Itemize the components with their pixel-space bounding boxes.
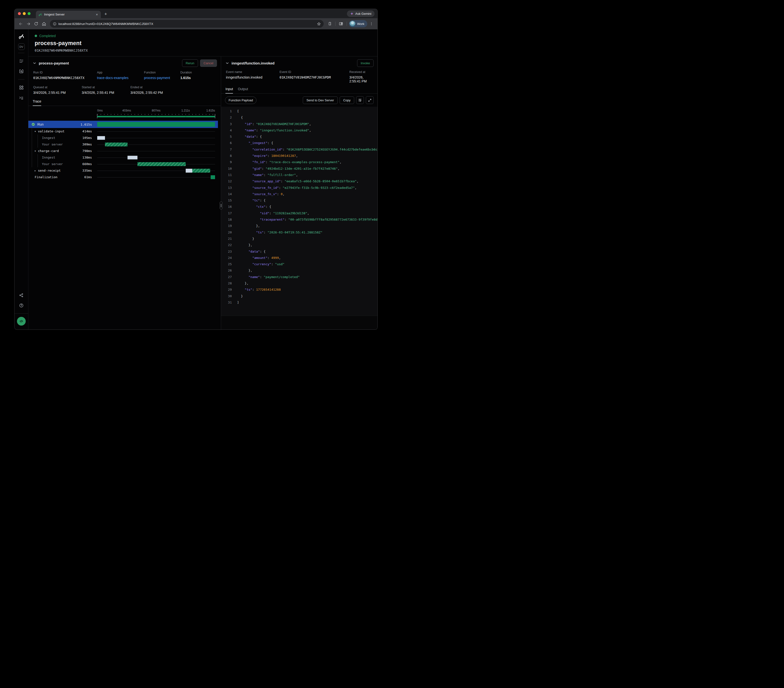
payload-code[interactable]: 1[2 {3 "id": "01KJX6Q7V81N4DMZ7HFJ0CGPDM… (221, 107, 377, 316)
trace-row[interactable]: ▾charge-card798ms (28, 148, 218, 154)
timeline-minimap[interactable] (97, 114, 215, 119)
ask-gemini-button[interactable]: Ask Gemini (347, 10, 374, 17)
apps-icon[interactable] (19, 85, 24, 90)
minimize-window-button[interactable] (23, 12, 26, 15)
field-label: App (97, 71, 144, 74)
url-text[interactable]: localhost:8288/run?runID=01KJX6Q7W64NMKM… (58, 22, 313, 26)
axis-tick-label: 0ms (97, 109, 103, 112)
tab-title: Inngest Server (44, 13, 93, 16)
caret-down-icon[interactable]: ▾ (35, 150, 36, 152)
close-window-button[interactable] (18, 12, 21, 15)
send-to-dev-server-button[interactable]: Send to Dev Server (303, 97, 338, 104)
function-name: process-payment (39, 61, 69, 65)
trace-row[interactable]: Run1.615s (28, 121, 218, 128)
forward-button[interactable] (25, 20, 32, 27)
tab-output[interactable]: Output (238, 87, 248, 93)
trace-row-duration: 660ms (76, 162, 94, 166)
trace-bar-hatch[interactable] (105, 143, 127, 146)
trace-row-track (97, 167, 215, 174)
site-info-icon[interactable] (53, 22, 56, 26)
field-label: Event ID (280, 70, 349, 74)
home-button[interactable] (40, 20, 48, 27)
app-link[interactable]: trace-docs-examples (97, 76, 144, 80)
trace-row-label: ▾charge-card (28, 149, 76, 153)
trace-bar-solid[interactable] (211, 175, 215, 179)
status-dot-icon (35, 35, 37, 37)
trace-row[interactable]: Finalization61ms (28, 174, 218, 180)
code-line: 19 }, (221, 223, 377, 229)
function-link[interactable]: process-payment (144, 76, 180, 80)
event-header: inngest/function.invoked Invoke (221, 56, 377, 69)
close-tab-icon[interactable]: × (95, 13, 99, 16)
trace-row-duration: 138ms (76, 156, 94, 159)
trace-bar-light[interactable] (97, 136, 105, 140)
trace-bar-run[interactable] (97, 122, 215, 127)
trace-row[interactable]: Your server660ms (28, 161, 218, 167)
tab-input[interactable]: Input (226, 87, 233, 94)
collapse-chevron-icon[interactable] (226, 61, 229, 65)
event-tabs: Input Output (221, 87, 377, 94)
started-at-value: 3/4/2026, 2:55:41 PM (82, 91, 130, 95)
field-label: Received at (349, 70, 372, 74)
expand-button[interactable] (366, 96, 374, 104)
dev-server-code-button[interactable] (17, 317, 26, 326)
extensions-icon[interactable] (326, 20, 333, 27)
trace-tabrow: Trace (28, 99, 221, 106)
dev-console-icon[interactable] (19, 95, 24, 100)
queued-at-value: 3/4/2026, 2:55:41 PM (33, 91, 82, 95)
invoke-button[interactable]: Invoke (357, 59, 374, 67)
caret-down-icon[interactable]: ▾ (35, 130, 36, 133)
rerun-button[interactable]: Rerun (182, 59, 198, 67)
field-value-run-id: 01KJX6Q7W64NMKMWBNKCJ58XTX (33, 76, 97, 80)
trace-row-label: Your server (28, 162, 76, 166)
trace-bar-light[interactable] (127, 156, 138, 159)
event-name-title: inngest/function.invoked (232, 61, 275, 65)
cancel-button[interactable]: Cancel (200, 59, 217, 67)
tab-trace[interactable]: Trace (33, 99, 41, 106)
caret-right-icon[interactable]: ▸ (35, 170, 36, 172)
env-badge[interactable]: DV (18, 43, 25, 50)
window-controls[interactable] (18, 12, 31, 15)
code-line: 7 "correlation_id": "01KJX6P53EB6C2752XG… (221, 146, 377, 153)
code-line: 27 "name": "payment/completed" (221, 274, 377, 280)
tab-strip: Inngest Server × + Ask Gemini (15, 9, 377, 18)
collapse-chevron-icon[interactable] (33, 61, 36, 65)
axis-tick-label: 1.211s (181, 109, 190, 112)
trace-row[interactable]: Inngest138ms (28, 154, 218, 161)
panel-footer (221, 316, 377, 329)
code-line: 5 "data": { (221, 133, 377, 140)
copy-button[interactable]: Copy (339, 97, 354, 104)
maximize-window-button[interactable] (28, 12, 31, 15)
menu-kebab-icon[interactable] (368, 20, 375, 27)
trace-rows: Run1.615s▾validate-input414msInngest105m… (28, 121, 218, 180)
browser-tab[interactable]: Inngest Server × (36, 11, 101, 18)
trace-row[interactable]: Inngest105ms (28, 135, 218, 141)
panel-resize-handle[interactable] (220, 201, 222, 209)
runs-list-icon[interactable] (19, 59, 24, 64)
reload-button[interactable] (33, 20, 40, 27)
bookmark-star-icon[interactable] (315, 20, 323, 27)
trace-bar-hatch[interactable] (137, 162, 186, 166)
word-wrap-button[interactable] (356, 96, 364, 104)
inngest-logo-icon[interactable] (18, 33, 25, 40)
code-line: 2 { (221, 114, 377, 121)
back-button[interactable] (17, 20, 24, 27)
minimap-sep (156, 116, 156, 117)
main-content: Completed process-payment 01KJX6Q7W64NMK… (28, 29, 377, 329)
trace-row[interactable]: Your server309ms (28, 141, 218, 148)
event-search-icon[interactable] (19, 69, 24, 74)
trace-row-track (97, 174, 215, 180)
trace-row-track (97, 161, 215, 167)
side-panel-search-icon[interactable] (338, 20, 345, 27)
help-icon[interactable] (19, 303, 24, 308)
trace-row[interactable]: ▾validate-input414ms (28, 128, 218, 135)
share-icon[interactable] (19, 293, 24, 298)
payload-pill[interactable]: Function Payload (225, 97, 257, 104)
field-label: Queued at (33, 86, 82, 89)
url-bar[interactable]: localhost:8288/run?runID=01KJX6Q7W64NMKM… (50, 20, 324, 28)
new-tab-button[interactable]: + (102, 11, 109, 18)
trace-row[interactable]: ▸send-receipt335ms (28, 167, 218, 174)
profile-chip[interactable]: Work (349, 20, 367, 27)
code-line: 12 "source_app_id": "eea6afc5-e66d-5b26-… (221, 178, 377, 184)
trace-bar-mixed[interactable] (186, 169, 210, 173)
